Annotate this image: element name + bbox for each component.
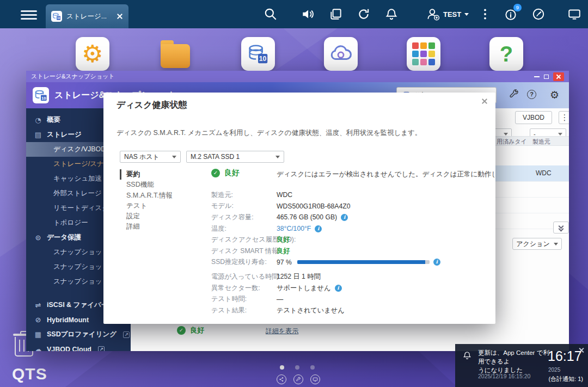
more-options-icon[interactable] [478, 7, 492, 21]
chevron-down-icon [558, 133, 562, 136]
volume-icon[interactable] [301, 7, 315, 21]
sidebar-item[interactable]: ▦SSDプロファイリング↗ [26, 327, 131, 342]
field-value: 1252 日 1 時間 [277, 272, 321, 281]
page-dot-3[interactable] [310, 365, 315, 370]
dialog-field-row: SSD推定残り寿命:97 %i [211, 257, 495, 268]
dialog-field-row: テスト結果:テストされていません [211, 305, 495, 316]
folder-icon [161, 44, 190, 68]
field-label: 異常セクター数: [211, 284, 277, 293]
field-value: 97 % [277, 259, 292, 266]
sidebar-item-label: スナップショット [53, 248, 109, 257]
dialog-selectors: NAS ホスト M.2 SATA SSD 1 [120, 151, 284, 163]
hybridmount-icon: ⊘ [34, 316, 42, 324]
app-tab-storage[interactable]: 10 ストレージ... [46, 4, 128, 28]
background-tasks-icon[interactable] [329, 7, 343, 21]
dialog-nav-item[interactable]: S.M.A.R.T.情報 [120, 191, 201, 201]
info-icon[interactable]: i [341, 214, 348, 221]
field-value: WDS500G1R0B-68A4Z0 [277, 202, 350, 210]
show-details-link[interactable]: 詳細を表示 [266, 327, 298, 336]
settings-gear-icon[interactable]: ⚙ [550, 89, 562, 101]
info-icon[interactable]: i [433, 259, 440, 266]
field-label: SSD推定残り寿命: [211, 257, 277, 267]
ssd-profiling-icon: ▦ [34, 330, 42, 339]
monitor-icon[interactable] [310, 374, 320, 384]
dialog-nav-item[interactable]: テスト [120, 201, 201, 211]
column-manufacturer[interactable]: 製造元 [532, 138, 550, 146]
desktop-clock: 16:17 [548, 348, 582, 364]
qts-logo: QTS [12, 365, 47, 383]
notifications-bell-icon[interactable] [384, 7, 399, 21]
sidebar-item-label: ストレージ [47, 130, 82, 139]
dialog-nav-item[interactable]: 詳細 [120, 222, 201, 232]
chevron-down-icon [172, 156, 176, 158]
cloud-app-icon[interactable] [324, 37, 358, 71]
sidebar-item[interactable]: ☁VJBOD Cloud↗ [26, 342, 131, 351]
dialog-field-row: ディスクアクセス履歴 (I/O):良好 [211, 234, 495, 245]
dialog-nav-item[interactable]: 要約 [120, 169, 201, 180]
field-label: ディスクアクセス履歴 (I/O): [211, 235, 277, 244]
help-center-icon[interactable]: ? [489, 37, 523, 71]
maximize-icon[interactable] [544, 75, 549, 79]
disk-select-value: M.2 SATA SSD 1 [191, 153, 240, 161]
page-dot-1[interactable] [280, 365, 284, 370]
column-used-type[interactable]: 用済みタイ [497, 138, 527, 146]
host-select[interactable]: NAS ホスト [120, 151, 181, 163]
dialog-field-row: ディスク SMART 情報:良好 [211, 245, 495, 257]
dialog-field-row: 製造元:WDC [211, 189, 495, 201]
dialog-nav-item[interactable]: SSD機能 [120, 180, 201, 190]
desktop-page-indicator [280, 365, 315, 370]
table-more-options-icon[interactable]: ⋮ [559, 111, 569, 124]
dialog-close-icon[interactable] [481, 98, 489, 106]
refresh-icon[interactable] [357, 7, 371, 21]
wrench-icon[interactable] [509, 89, 520, 101]
disk-health-dialog: ディスク健康状態 ディスクの S.M.A.R.T. メカニズムを利用し、ディスク… [103, 93, 495, 324]
control-panel-icon[interactable]: ⚙ [76, 37, 109, 71]
desktop-icon-row: ⚙ 10 ? [0, 37, 523, 71]
close-icon[interactable] [553, 72, 564, 81]
notification-total-count: (合計通知: 1) [548, 375, 583, 383]
user-menu[interactable]: TEST [426, 7, 469, 22]
tab-close-icon[interactable] [117, 13, 123, 20]
resource-monitor-icon[interactable] [531, 7, 546, 21]
search-icon[interactable] [264, 7, 278, 21]
table-collapse-button[interactable] [553, 222, 569, 234]
action-button[interactable]: アクション [512, 238, 562, 250]
field-label: ディスク容量: [211, 213, 277, 222]
info-icon[interactable]: 9 [504, 7, 518, 21]
dialog-field-row: 電源が入っている時間:1252 日 1 時間 [211, 271, 495, 282]
sidebar-item-label: スナップショット [53, 277, 109, 286]
desktop-dock [277, 374, 320, 384]
sidebar-item-label: トポロジー [53, 218, 88, 228]
sidebar-item-label: SSDプロファイリング [47, 330, 117, 339]
desktop-clock-date: 2025 [548, 367, 560, 373]
notification-toast[interactable]: 更新は、App Center で利用できるよ うになりました 2025/12/1… [455, 344, 588, 387]
main-menu-icon[interactable] [21, 8, 37, 20]
storage-icon: ▤ [34, 131, 42, 139]
share-icon[interactable] [277, 374, 286, 384]
page-dot-2[interactable] [295, 365, 299, 370]
disk-select[interactable]: M.2 SATA SSD 1 [186, 151, 284, 163]
window-titlebar[interactable]: ストレージ&スナップショット [26, 71, 569, 82]
user-name: TEST [443, 10, 461, 19]
question-mark-icon: ? [500, 42, 513, 66]
info-icon[interactable]: i [335, 285, 342, 292]
tools-wrench-icon[interactable] [293, 374, 303, 384]
cloud-icon: ☁ [34, 345, 42, 351]
storage-app-icon: 10 [51, 11, 62, 22]
file-station-icon[interactable] [158, 37, 192, 71]
external-link-icon: ↗ [123, 331, 130, 338]
dialog-nav-item[interactable]: 設定 [120, 211, 201, 222]
minimize-icon[interactable] [534, 76, 540, 77]
chevron-down-icon [464, 13, 469, 16]
field-value: 良好 [277, 247, 290, 256]
sidebar-item-label: ディスク/VJBOD [53, 145, 106, 154]
storage-snapshots-icon[interactable]: 10 [241, 37, 275, 71]
app-center-icon[interactable] [407, 37, 440, 71]
help-icon[interactable]: ? [527, 90, 536, 99]
vjbod-button[interactable]: VJBOD [515, 111, 552, 124]
field-label: 温度: [211, 224, 277, 234]
notification-timestamp: 2025/12/19 16:15:20 [478, 373, 530, 379]
info-icon[interactable]: i [315, 225, 322, 232]
disk-stack-icon: 10 [246, 41, 271, 66]
external-display-icon[interactable] [567, 7, 581, 21]
